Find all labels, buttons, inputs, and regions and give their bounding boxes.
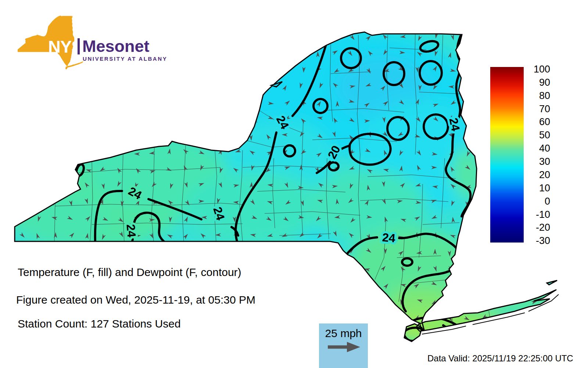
wind-arrow-icon: [217, 99, 224, 105]
wind-arrow-icon: [151, 67, 157, 74]
wind-arrow-icon: [233, 132, 237, 138]
wind-arrow-icon: [34, 181, 39, 188]
wind-arrow-icon: [53, 83, 59, 89]
wind-arrow-icon: [218, 35, 222, 42]
wind-arrow-icon: [136, 67, 141, 74]
wind-arrow-icon: [68, 282, 71, 288]
wind-arrow-icon: [481, 169, 487, 173]
wind-arrow-icon: [332, 298, 338, 305]
wind-arrow-icon: [168, 66, 174, 71]
wind-arrow-icon: [218, 318, 225, 322]
wind-arrow-icon: [119, 251, 125, 255]
wind-arrow-icon: [367, 300, 373, 305]
wind-arrow-icon: [216, 282, 220, 289]
contour-label: 24: [447, 117, 463, 132]
colorbar-tick: -20: [524, 222, 550, 233]
wind-arrow-icon: [300, 283, 304, 290]
wind-arrow-icon: [53, 280, 58, 287]
wind-arrow-icon: [498, 281, 505, 287]
wind-arrow-icon: [480, 184, 486, 188]
wind-arrow-icon: [152, 33, 158, 39]
wind-arrow-icon: [68, 150, 74, 157]
wind-arrow-icon: [166, 117, 173, 123]
wind-arrow-icon: [216, 50, 222, 53]
wind-speed-legend: 25 mph: [319, 323, 368, 368]
wind-arrow-icon: [215, 66, 221, 73]
wind-arrow-icon: [348, 297, 354, 303]
wind-arrow-icon: [51, 182, 56, 188]
wind-arrow-icon: [549, 49, 555, 55]
wind-arrow-icon: [199, 316, 205, 320]
wind-arrow-icon: [334, 283, 340, 290]
wind-arrow-icon: [348, 315, 353, 322]
wind-arrow-icon: [85, 99, 92, 104]
contour-label: 24: [124, 224, 139, 238]
wind-arrow-icon: [466, 297, 472, 303]
wind-arrow-icon: [52, 166, 57, 173]
wind-arrow-icon: [184, 315, 190, 319]
contour-label: 24: [382, 231, 396, 245]
wind-arrow-icon: [232, 115, 239, 121]
wind-arrow-icon: [465, 68, 471, 75]
wind-arrow-icon: [332, 34, 338, 37]
wind-arrow-icon: [18, 116, 22, 123]
wind-arrow-icon: [467, 82, 472, 89]
wind-arrow-icon: [315, 316, 321, 320]
wind-arrow-icon: [282, 37, 288, 41]
wind-arrow-icon: [315, 300, 321, 307]
wind-arrow-icon: [300, 50, 306, 55]
wind-arrow-icon: [234, 250, 241, 257]
wind-arrow-icon: [87, 85, 90, 91]
wind-arrow-icon: [483, 66, 489, 72]
wind-arrow-icon: [347, 264, 354, 270]
wind-arrow-icon: [168, 50, 175, 54]
wind-arrow-icon: [248, 82, 254, 88]
wind-arrow-icon: [201, 50, 207, 57]
wind-arrow-icon: [101, 330, 107, 337]
wind-arrow-icon: [299, 316, 306, 321]
wind-arrow-icon: [33, 83, 40, 89]
wind-arrow-icon: [400, 315, 404, 321]
wind-arrow-icon: [34, 330, 40, 337]
wind-arrow-icon: [218, 132, 223, 139]
wind-arrow-icon: [234, 283, 238, 289]
wind-arrow-icon: [200, 251, 206, 256]
wind-arrow-icon: [17, 150, 22, 157]
wind-arrow-icon: [300, 250, 307, 255]
wind-arrow-icon: [183, 99, 190, 104]
wind-arrow-icon: [103, 82, 108, 88]
wind-arrow-icon: [483, 234, 490, 238]
wind-arrow-icon: [51, 134, 56, 141]
wind-arrow-icon: [198, 281, 205, 286]
colorbar-tick: 10: [524, 182, 550, 194]
wind-arrow-icon: [33, 132, 40, 138]
wind-arrow-icon: [251, 314, 258, 319]
wind-arrow-icon: [83, 67, 90, 72]
wind-arrow-icon: [483, 134, 489, 137]
wind-arrow-icon: [51, 100, 58, 106]
wind-arrow-icon: [463, 51, 469, 55]
wind-arrow-icon: [433, 314, 440, 320]
wind-arrow-icon: [301, 297, 308, 304]
wind-arrow-icon: [68, 136, 75, 140]
wind-arrow-icon: [200, 332, 204, 339]
wind-arrow-icon: [17, 67, 22, 73]
wind-arrow-icon: [67, 82, 72, 89]
wind-arrow-icon: [135, 283, 139, 289]
wind-arrow-icon: [36, 283, 43, 289]
temperature-colorbar: [490, 67, 524, 243]
wind-arrow-icon: [266, 313, 271, 320]
wind-arrow-icon: [532, 317, 536, 323]
wind-arrow-icon: [480, 332, 486, 336]
wind-arrow-icon: [483, 250, 487, 256]
wind-arrow-icon: [135, 248, 142, 254]
wind-arrow-icon: [481, 151, 488, 157]
wind-arrow-icon: [182, 330, 188, 337]
wind-arrow-icon: [480, 265, 485, 271]
wind-arrow-icon: [250, 99, 257, 105]
wind-arrow-icon: [447, 282, 453, 285]
wind-arrow-icon: [251, 280, 255, 287]
wind-arrow-icon: [19, 281, 25, 287]
wind-arrow-icon: [516, 333, 522, 338]
wind-arrow-icon: [183, 32, 190, 38]
